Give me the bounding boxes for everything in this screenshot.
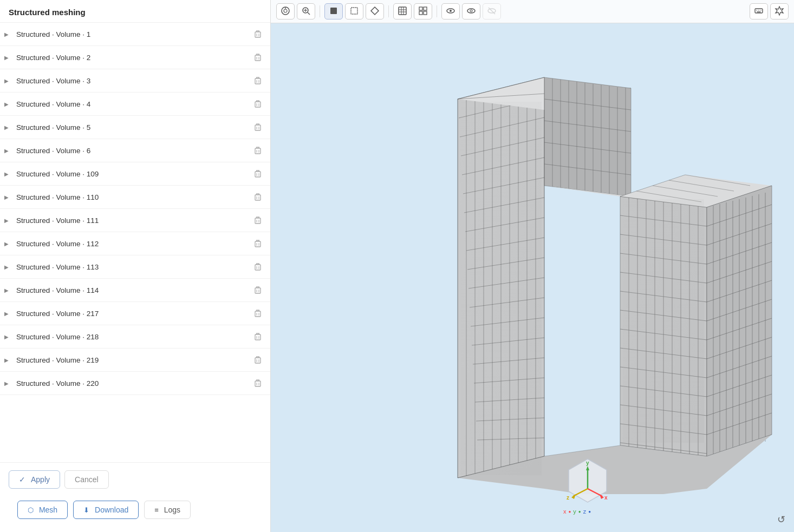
grid-button[interactable] — [414, 3, 432, 19]
toolbar — [271, 0, 794, 23]
3d-viewport[interactable]: y x z x● y● z● ↺ — [271, 23, 794, 532]
logs-icon: ≡ — [154, 506, 159, 514]
delete-icon[interactable] — [252, 121, 264, 133]
eye2-icon — [466, 6, 476, 17]
delete-icon[interactable] — [252, 307, 264, 319]
delete-icon[interactable] — [252, 168, 264, 180]
svg-point-116 — [450, 10, 452, 12]
chevron-icon: ▶ — [4, 357, 14, 363]
item-label: Structured · Volume · 109 — [16, 170, 252, 178]
edges-button[interactable] — [366, 3, 384, 19]
visibility2-button[interactable] — [462, 3, 480, 19]
chevron-icon: ▶ — [4, 311, 14, 317]
toolbar-sep-3 — [437, 5, 437, 17]
visibility-button[interactable] — [441, 3, 460, 19]
list-item[interactable]: ▶ Structured · Volume · 114 — [0, 279, 270, 302]
chevron-icon: ▶ — [4, 287, 14, 293]
surface-button[interactable] — [393, 3, 412, 19]
svg-text:x: x — [604, 495, 608, 501]
logs-button[interactable]: ≡ Logs — [144, 501, 191, 519]
list-item[interactable]: ▶ Structured · Volume · 218 — [0, 325, 270, 349]
svg-marker-256 — [600, 494, 604, 499]
list-item[interactable]: ▶ Structured · Volume · 112 — [0, 232, 270, 255]
list-item[interactable]: ▶ Structured · Volume · 2 — [0, 46, 270, 69]
delete-icon[interactable] — [252, 214, 264, 226]
download-button[interactable]: ⬇ Download — [73, 501, 139, 519]
svg-line-100 — [308, 12, 310, 15]
svg-rect-48 — [255, 218, 261, 224]
panel-bottom: ✓Apply Cancel ⬡ Mesh ⬇ Download ≡ Logs — [0, 462, 270, 532]
apply-button[interactable]: ✓Apply — [9, 470, 60, 489]
axis-indicator: y x z x● y● z● — [563, 456, 612, 505]
keyboard-button[interactable] — [750, 3, 768, 19]
list-item[interactable]: ▶ Structured · Volume · 6 — [0, 139, 270, 162]
list-item[interactable]: ▶ Structured · Volume · 5 — [0, 116, 270, 139]
settings-button[interactable] — [770, 3, 789, 19]
wireframe-button[interactable] — [345, 3, 363, 19]
surface-icon — [398, 6, 407, 17]
perspective-icon — [281, 6, 290, 17]
svg-rect-106 — [399, 7, 406, 15]
delete-icon[interactable] — [252, 284, 264, 296]
mesh-icon: ⬡ — [28, 506, 34, 514]
list-item[interactable]: ▶ Structured · Volume · 3 — [0, 69, 270, 93]
list-item[interactable]: ▶ Structured · Volume · 109 — [0, 162, 270, 186]
svg-marker-126 — [776, 6, 783, 15]
svg-rect-111 — [419, 7, 422, 10]
delete-icon[interactable] — [252, 354, 264, 366]
svg-rect-12 — [255, 78, 261, 84]
svg-text:y: y — [586, 460, 589, 466]
chevron-icon: ▶ — [4, 171, 14, 177]
delete-icon[interactable] — [252, 377, 264, 389]
zoom-fit-icon — [301, 6, 311, 17]
item-label: Structured · Volume · 217 — [16, 310, 252, 318]
svg-rect-60 — [255, 265, 261, 270]
perspective-button[interactable] — [276, 3, 295, 19]
visibility3-button — [483, 3, 501, 19]
chevron-icon: ▶ — [4, 101, 14, 107]
chevron-icon: ▶ — [4, 31, 14, 37]
delete-icon[interactable] — [252, 145, 264, 156]
toolbar-sep-2 — [388, 5, 389, 17]
svg-rect-250 — [460, 102, 542, 475]
list-item[interactable]: ▶ Structured · Volume · 219 — [0, 349, 270, 372]
keyboard-icon — [754, 6, 764, 17]
delete-icon[interactable] — [252, 191, 264, 203]
svg-marker-105 — [371, 7, 379, 15]
eye-icon — [446, 6, 455, 17]
delete-icon[interactable] — [252, 261, 264, 273]
list-item[interactable]: ▶ Structured · Volume · 111 — [0, 209, 270, 232]
list-item[interactable]: ▶ Structured · Volume · 110 — [0, 186, 270, 209]
list-item[interactable]: ▶ Structured · Volume · 217 — [0, 302, 270, 325]
delete-icon[interactable] — [252, 331, 264, 343]
chevron-icon: ▶ — [4, 334, 14, 340]
item-label: Structured · Volume · 1 — [16, 30, 252, 38]
svg-rect-78 — [255, 334, 261, 340]
list-item[interactable]: ▶ Structured · Volume · 113 — [0, 255, 270, 279]
volume-list: ▶ Structured · Volume · 1 ▶ Structured ·… — [0, 23, 270, 462]
cancel-button[interactable]: Cancel — [64, 470, 109, 489]
chevron-icon: ▶ — [4, 218, 14, 224]
solid-view-button[interactable] — [324, 3, 343, 19]
svg-rect-84 — [255, 358, 261, 363]
delete-icon[interactable] — [252, 98, 264, 110]
zoom-fit-button[interactable] — [297, 3, 315, 19]
delete-icon[interactable] — [252, 51, 264, 63]
mesh-button[interactable]: ⬡ Mesh — [17, 501, 68, 519]
chevron-icon: ▶ — [4, 380, 14, 386]
list-item[interactable]: ▶ Structured · Volume · 1 — [0, 23, 270, 46]
list-item[interactable]: ▶ Structured · Volume · 220 — [0, 372, 270, 395]
svg-rect-24 — [255, 125, 261, 130]
eye3-icon — [487, 6, 497, 17]
svg-rect-121 — [755, 9, 763, 13]
panel-title: Structured meshing — [0, 0, 270, 23]
item-label: Structured · Volume · 113 — [16, 263, 252, 271]
item-label: Structured · Volume · 218 — [16, 333, 252, 341]
svg-point-97 — [284, 9, 287, 12]
item-label: Structured · Volume · 219 — [16, 356, 252, 364]
svg-rect-72 — [255, 311, 261, 317]
delete-icon[interactable] — [252, 238, 264, 249]
list-item[interactable]: ▶ Structured · Volume · 4 — [0, 93, 270, 116]
delete-icon[interactable] — [252, 28, 264, 40]
delete-icon[interactable] — [252, 75, 264, 87]
